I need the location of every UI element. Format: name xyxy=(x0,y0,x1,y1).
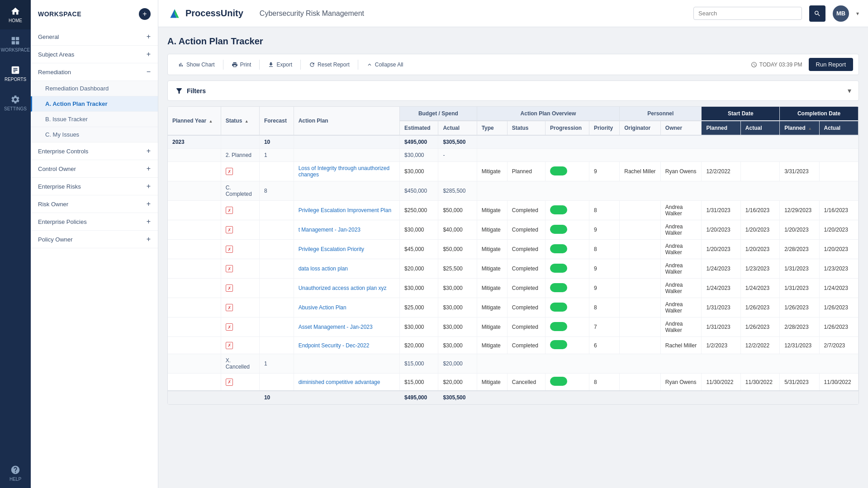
cell-forecast xyxy=(259,337,294,354)
cell-empty xyxy=(477,354,858,374)
search-button[interactable] xyxy=(809,5,825,22)
progression-pill xyxy=(550,377,567,386)
action-plan-link[interactable]: Privilege Escalation Improvement Plan xyxy=(299,207,391,213)
search-input[interactable] xyxy=(698,10,797,17)
show-chart-button[interactable]: Show Chart xyxy=(173,59,219,70)
checkbox-icon[interactable]: ✗ xyxy=(226,379,233,386)
sidebar-item-subject-areas-label: Subject Areas xyxy=(38,51,74,58)
cell-status xyxy=(221,391,259,404)
export-button[interactable]: Export xyxy=(263,59,297,70)
nav-help[interactable]: HELP xyxy=(0,459,31,488)
sidebar-item-remediation-label: Remediation xyxy=(38,69,71,76)
sidebar-sub-section-remediation: Remediation Dashboard A. Action Plan Tra… xyxy=(31,81,158,142)
cell-ap-status: Completed xyxy=(507,298,545,317)
cell-progression xyxy=(545,162,589,181)
sidebar-item-policy-owner[interactable]: Policy Owner + xyxy=(31,231,158,248)
sidebar-item-enterprise-controls[interactable]: Enterprise Controls + xyxy=(31,142,158,160)
cell-action-plan[interactable]: Abusive Action Plan xyxy=(294,298,399,317)
th-planned-year[interactable]: Planned Year ▲ xyxy=(168,107,221,135)
checkbox-icon[interactable]: ✗ xyxy=(226,246,233,253)
avatar-chevron-icon[interactable]: ▾ xyxy=(856,10,859,17)
checkbox-icon[interactable]: ✗ xyxy=(226,207,233,214)
th-actual-end: Actual xyxy=(819,121,858,135)
sidebar-item-issue-tracker[interactable]: B. Issue Tracker xyxy=(31,112,158,127)
checkbox-icon[interactable]: ✗ xyxy=(226,265,233,272)
sidebar-item-enterprise-risks[interactable]: Enterprise Risks + xyxy=(31,178,158,195)
cell-action-plan[interactable]: Asset Management - Jan-2023 xyxy=(294,317,399,337)
cell-priority: 8 xyxy=(589,240,620,259)
th-forecast: Forecast xyxy=(259,107,294,135)
cell-action-plan[interactable]: t Management - Jan-2023 xyxy=(294,220,399,240)
th-type: Type xyxy=(477,121,507,135)
cell-planned-end: 3/31/2023 xyxy=(780,162,819,181)
table-row: ✗ Abusive Action Plan $25,000 $30,000 Mi… xyxy=(168,298,859,317)
avatar[interactable]: MB xyxy=(833,5,849,22)
cell-action-plan[interactable]: Unauthorized access action plan xyz xyxy=(294,279,399,298)
cell-type: Mitigate xyxy=(477,162,507,181)
checkbox-icon[interactable]: ✗ xyxy=(226,284,233,292)
sidebar-add-button[interactable]: + xyxy=(139,8,151,20)
cell-estimated: $30,000 xyxy=(400,279,438,298)
cell-priority: 9 xyxy=(589,162,620,181)
cell-actual-budget: $30,000 xyxy=(438,298,477,317)
filters-text: Filters xyxy=(187,87,206,95)
sidebar-item-subject-areas[interactable]: Subject Areas + xyxy=(31,46,158,63)
cell-owner: Andrea Walker xyxy=(660,240,702,259)
nav-workspace[interactable]: WORKSPACE xyxy=(0,29,31,59)
cell-actual: $285,500 xyxy=(438,181,477,201)
action-plan-link[interactable]: Loss of Integrity through unauthorized c… xyxy=(299,165,389,178)
reset-report-button[interactable]: Reset Report xyxy=(304,59,354,70)
cell-action-plan[interactable]: data loss action plan xyxy=(294,259,399,279)
cell-action-plan[interactable]: diminished competitive advantage xyxy=(294,374,399,391)
checkbox-icon[interactable]: ✗ xyxy=(226,168,233,175)
cell-status: ✗ xyxy=(221,259,259,279)
filters-chevron-icon[interactable]: ▾ xyxy=(848,86,851,95)
sidebar-item-remediation-dashboard[interactable]: Remediation Dashboard xyxy=(31,81,158,96)
sidebar-item-action-plan-tracker[interactable]: A. Action Plan Tracker xyxy=(31,96,158,112)
nav-home[interactable]: HOME xyxy=(0,0,31,29)
action-plan-link[interactable]: diminished competitive advantage xyxy=(299,379,380,385)
cell-originator xyxy=(620,240,661,259)
table-row-total: 10 $495,000 $305,500 xyxy=(168,391,859,404)
sidebar-item-general[interactable]: General + xyxy=(31,28,158,46)
cell-estimated: $495,000 xyxy=(400,135,438,149)
table-container: Planned Year ▲ Status ▲ Forecast Action … xyxy=(167,106,859,405)
action-plan-link[interactable]: Endpoint Security - Dec-2022 xyxy=(299,342,370,349)
search-bar[interactable] xyxy=(693,7,802,20)
checkbox-icon[interactable]: ✗ xyxy=(226,323,233,331)
cell-priority: 8 xyxy=(589,374,620,391)
action-plan-link[interactable]: t Management - Jan-2023 xyxy=(299,227,360,233)
print-button[interactable]: Print xyxy=(227,59,256,70)
run-report-button[interactable]: Run Report xyxy=(809,58,853,71)
collapse-all-button[interactable]: Collapse All xyxy=(362,59,408,70)
sidebar-item-enterprise-controls-icon: + xyxy=(147,147,151,155)
th-status[interactable]: Status ▲ xyxy=(221,107,259,135)
progression-pill xyxy=(550,283,567,292)
action-plan-link[interactable]: Unauthorized access action plan xyz xyxy=(299,285,387,291)
checkbox-icon[interactable]: ✗ xyxy=(226,226,233,233)
cell-actual-start: 1/20/2023 xyxy=(740,240,779,259)
cell-action-plan[interactable]: Privilege Escalation Improvement Plan xyxy=(294,201,399,220)
cell-forecast: 10 xyxy=(259,135,294,149)
cell-action-plan[interactable]: Loss of Integrity through unauthorized c… xyxy=(294,162,399,181)
nav-settings[interactable]: SETTINGS xyxy=(0,88,31,118)
sidebar-item-risk-owner[interactable]: Risk Owner + xyxy=(31,195,158,213)
checkbox-icon[interactable]: ✗ xyxy=(226,342,233,349)
reset-report-label: Reset Report xyxy=(318,62,350,68)
sidebar-item-remediation[interactable]: Remediation − xyxy=(31,63,158,81)
cell-forecast: 8 xyxy=(259,181,294,201)
action-plan-link[interactable]: Privilege Escalation Priority xyxy=(299,246,364,252)
sidebar-item-enterprise-policies[interactable]: Enterprise Policies + xyxy=(31,213,158,231)
sidebar-item-control-owner[interactable]: Control Owner + xyxy=(31,160,158,178)
cell-action-plan[interactable]: Endpoint Security - Dec-2022 xyxy=(294,337,399,354)
nav-reports[interactable]: REPORTS xyxy=(0,59,31,88)
action-plan-link[interactable]: data loss action plan xyxy=(299,265,348,272)
checkbox-icon[interactable]: ✗ xyxy=(226,304,233,311)
cell-status: ✗ xyxy=(221,279,259,298)
cell-status: ✗ xyxy=(221,162,259,181)
cell-action-plan[interactable]: Privilege Escalation Priority xyxy=(294,240,399,259)
sidebar-item-my-issues[interactable]: C. My Issues xyxy=(31,127,158,142)
action-plan-link[interactable]: Asset Management - Jan-2023 xyxy=(299,324,373,330)
action-plan-link[interactable]: Abusive Action Plan xyxy=(299,304,346,311)
sidebar-item-my-issues-label: C. My Issues xyxy=(45,131,79,138)
